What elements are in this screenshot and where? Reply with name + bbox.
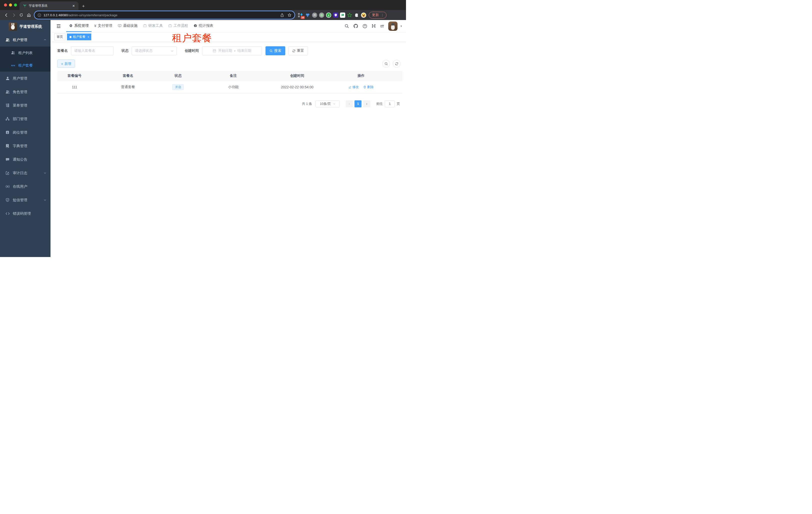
font-size-icon[interactable]: tT — [380, 24, 384, 28]
extension-chat-icon[interactable] — [340, 12, 345, 18]
share-icon[interactable] — [280, 13, 284, 17]
chevron-down-icon — [333, 103, 336, 105]
site-info-icon[interactable] — [37, 13, 41, 17]
sidebar-item-tenant-management[interactable]: 租户管理 — [0, 33, 51, 47]
app-logo-rabbit — [9, 23, 17, 31]
cell-package-id: 111 — [57, 81, 92, 93]
minimize-window-button[interactable] — [9, 3, 12, 6]
code-icon — [5, 212, 10, 216]
extension-shield-icon[interactable] — [333, 12, 338, 18]
table-row: 111 普通套餐 开启 小功能 2022-02-22 00:54:00 修改 — [57, 81, 403, 93]
page-size-select[interactable]: 10条/页 — [316, 100, 340, 107]
chevron-up-icon — [44, 38, 47, 41]
back-icon[interactable] — [2, 11, 10, 19]
sidebar-logo-row[interactable]: 芋道管理系统 — [0, 20, 51, 33]
reset-button-label: 重置 — [297, 49, 304, 53]
add-button[interactable]: + 新增 — [57, 59, 75, 68]
browser-menu-icon[interactable]: ⋮ — [381, 13, 384, 17]
tag-tenant-package[interactable]: 租户套餐 × — [67, 33, 91, 40]
sidebar-item-menu-management[interactable]: 菜单管理 — [0, 99, 51, 112]
extension-diamond-icon[interactable]: 10 — [298, 12, 303, 18]
col-package-id: 套餐编号 — [57, 71, 92, 81]
sidebar-item-dept-management[interactable]: 部门管理 — [0, 112, 51, 126]
users-icon — [5, 90, 10, 94]
reload-icon[interactable] — [18, 11, 25, 19]
topnav-label: 支付管理 — [98, 23, 112, 28]
sidebar-item-tenant-list[interactable]: 租户列表 — [0, 47, 51, 59]
close-window-button[interactable] — [4, 3, 7, 6]
fullscreen-icon[interactable] — [372, 24, 376, 29]
zoom-window-button[interactable] — [14, 3, 17, 6]
browser-update-chip[interactable]: 更新 ⋮ — [369, 12, 386, 19]
forward-icon[interactable] — [10, 11, 18, 19]
date-range-picker[interactable]: 开始日期 - 结束日期 — [202, 46, 262, 55]
user-avatar[interactable] — [388, 22, 398, 31]
extension-command-icon[interactable]: ⌘ — [312, 12, 317, 18]
bookmark-star-icon[interactable] — [288, 13, 291, 17]
sidebar-item-tenant-package[interactable]: 租户套餐 — [0, 59, 51, 72]
status-select[interactable]: 请选择状态 — [132, 46, 177, 55]
browser-tab[interactable]: 芋道管理系统 ✕ — [20, 1, 79, 10]
refresh-table-button[interactable] — [393, 60, 401, 67]
date-separator: - — [234, 49, 235, 53]
search-icon[interactable] — [345, 24, 349, 28]
sidebar-item-role-management[interactable]: 角色管理 — [0, 85, 51, 99]
avatar-caret-icon[interactable]: ▼ — [400, 25, 403, 28]
sidebar-item-audit-log[interactable]: 审计日志 — [0, 166, 51, 180]
collapse-sidebar-icon[interactable] — [54, 22, 63, 30]
sidebar-item-error-code[interactable]: 错误码管理 — [0, 207, 51, 220]
extension-gem-icon[interactable] — [305, 12, 310, 18]
users-icon — [5, 38, 10, 42]
tag-home[interactable]: 首页 — [54, 33, 65, 40]
edit-link-label: 修改 — [352, 85, 359, 89]
browser-tab-strip: 芋道管理系统 ✕ + — [0, 0, 406, 10]
org-tree-icon — [5, 117, 10, 121]
cell-actions: 修改 删除 — [320, 81, 403, 93]
help-icon[interactable] — [362, 24, 367, 29]
extension-star-icon[interactable] — [347, 12, 352, 18]
goto-page-input[interactable]: 1 — [385, 100, 395, 107]
sidebar-menu: 租户管理 租户列表 租户套餐 — [0, 33, 51, 220]
refresh-icon — [292, 49, 295, 53]
show-search-toggle-button[interactable] — [382, 60, 390, 67]
current-page-button[interactable]: 1 — [354, 100, 361, 107]
tag-label: 首页 — [57, 35, 63, 39]
sidebar-item-user-management[interactable]: 用户管理 — [0, 72, 51, 85]
address-bar[interactable]: 127.0.0.1:48080/admin-ui/system/tenant/p… — [34, 11, 294, 19]
home-icon[interactable] — [25, 11, 32, 19]
next-page-button[interactable]: › — [363, 100, 370, 107]
topnav-item-payment[interactable]: ¥ 支付管理 — [91, 20, 115, 32]
package-name-input[interactable]: 请输入套餐名 — [71, 46, 114, 55]
edit-link[interactable]: 修改 — [348, 85, 359, 89]
extension-record-icon[interactable] — [319, 12, 324, 18]
prev-page-button[interactable]: ‹ — [346, 100, 353, 107]
sidebar-item-notice[interactable]: 通知公告 — [0, 153, 51, 166]
delete-link[interactable]: 删除 — [363, 85, 374, 89]
close-tab-icon[interactable]: ✕ — [71, 4, 76, 8]
topnav-item-infra[interactable]: 基础设施 — [115, 20, 140, 32]
sidebar-item-label: 通知公告 — [13, 157, 47, 162]
cell-remark: 小功能 — [192, 81, 275, 93]
sidebar-item-online-users[interactable]: 在线用户 — [0, 180, 51, 193]
search-button[interactable]: 搜索 — [265, 46, 285, 55]
sidebar-item-sms-management[interactable]: 短信管理 — [0, 193, 51, 207]
sidebar-item-dict-management[interactable]: 字典管理 — [0, 139, 51, 153]
topnav-item-devtools[interactable]: 研发工具 — [140, 20, 166, 32]
reset-button[interactable]: 重置 — [288, 46, 308, 55]
trash-icon — [363, 86, 366, 88]
sidebar-item-post-management[interactable]: 岗位管理 — [0, 126, 51, 139]
extension-smiley-icon[interactable] — [361, 12, 366, 18]
github-icon[interactable] — [353, 24, 358, 29]
dashboard-icon — [194, 24, 197, 28]
new-tab-button[interactable]: + — [82, 4, 85, 8]
col-created: 创建时间 — [275, 71, 320, 81]
extension-green-y-icon[interactable]: y — [326, 12, 331, 18]
goto-suffix: 页 — [397, 102, 400, 106]
close-tag-icon[interactable]: × — [87, 35, 89, 39]
topnav-item-workflow[interactable]: 工作流程 — [166, 20, 191, 32]
topnav-item-report[interactable]: 统计报表 — [191, 20, 216, 32]
extensions-puzzle-icon[interactable] — [354, 12, 359, 18]
sidebar-item-label: 字典管理 — [13, 144, 47, 148]
delete-link-label: 删除 — [367, 85, 374, 89]
topnav-item-system[interactable]: 系统管理 — [66, 20, 91, 32]
